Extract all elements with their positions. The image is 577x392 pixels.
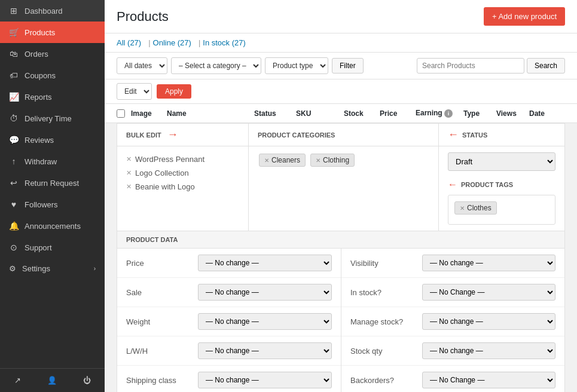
table-header-row: Image Name Status SKU Stock Price Earnin…: [105, 104, 577, 123]
sidebar-label-support: Support: [25, 243, 52, 252]
coupons-icon: 🏷: [9, 71, 19, 80]
tab-online[interactable]: Online (27): [153, 38, 191, 47]
select-visibility[interactable]: — No change —: [422, 255, 555, 271]
product-data-header: PRODUCT DATA: [117, 231, 564, 249]
select-weight[interactable]: — No change —: [198, 313, 332, 330]
sidebar-item-dashboard[interactable]: ⊞ Dashboard: [0, 0, 105, 22]
status-section-header: ← STATUS: [439, 124, 564, 146]
category-tag-cleaners: ✕ Cleaners: [259, 154, 306, 167]
withdraw-icon: ↑: [9, 157, 19, 166]
tab-in-stock[interactable]: In stock (27): [203, 38, 246, 47]
th-price: Price: [380, 109, 416, 118]
label-sale: Sale: [126, 288, 198, 297]
th-type: Type: [463, 109, 496, 118]
th-views: Views: [496, 109, 529, 118]
search-button[interactable]: Search: [527, 58, 565, 74]
th-earning: Earning i: [416, 109, 463, 118]
chevron-right-icon: ›: [94, 265, 96, 272]
status-select[interactable]: Draft Published Pending Private: [448, 152, 555, 171]
controls-row: All dates – Select a category – Product …: [105, 53, 577, 79]
product-item-wordpress: ✕ WordPress Pennant: [126, 152, 239, 166]
select-all-checkbox[interactable]: [117, 109, 125, 118]
sidebar-label-dashboard: Dashboard: [25, 7, 63, 16]
label-stockqty: Stock qty: [350, 347, 422, 356]
power-btn[interactable]: ⏻: [70, 369, 105, 392]
sidebar-item-return[interactable]: ↩ Return Request: [0, 172, 105, 194]
category-select[interactable]: – Select a category –: [171, 57, 261, 74]
sidebar-settings[interactable]: ⚙ Settings ›: [0, 258, 105, 279]
label-lwh: L/W/H: [126, 347, 198, 356]
bulk-action-select[interactable]: Edit: [117, 83, 152, 100]
tag-clothes: ✕ Clothes: [454, 201, 497, 215]
remove-wordpress-icon[interactable]: ✕: [126, 155, 132, 163]
select-backorders[interactable]: — No Change —: [422, 372, 555, 388]
product-item-beanie: ✕ Beanie with Logo: [126, 180, 239, 194]
select-managestock[interactable]: — No change —: [422, 313, 555, 330]
select-price[interactable]: — No change —: [198, 255, 332, 271]
sidebar-item-reports[interactable]: 📈 Reports: [0, 86, 105, 108]
product-tags-section: ← PRODUCT TAGS ✕ Clothes: [448, 179, 555, 225]
tag-label-clothes: Clothes: [467, 204, 491, 212]
th-date: Date: [529, 109, 565, 118]
product-type-select[interactable]: Product type: [265, 57, 328, 74]
page-header: Products + Add new product: [105, 0, 577, 33]
sidebar-item-orders[interactable]: 🛍 Orders: [0, 43, 105, 65]
bulk-status-tags: Draft Published Pending Private ← PRODUC…: [439, 146, 564, 231]
data-row-managestock: Manage stock? — No change —: [341, 307, 564, 336]
bulk-products-list: ✕ WordPress Pennant ✕ Logo Collection ✕ …: [117, 146, 249, 231]
tag-label-cleaners: Cleaners: [271, 156, 300, 164]
sidebar-label-settings: Settings: [22, 264, 50, 273]
remove-beanie-icon[interactable]: ✕: [126, 183, 132, 191]
select-sale[interactable]: — No change —: [198, 284, 332, 301]
data-row-sale: Sale — No change —: [117, 278, 341, 307]
support-icon: ⊙: [9, 243, 19, 252]
tab-all[interactable]: All (27): [117, 38, 141, 47]
external-link-btn[interactable]: ↗: [0, 369, 35, 392]
user-btn[interactable]: 👤: [35, 369, 69, 392]
label-instock: In stock?: [350, 288, 422, 297]
select-shipping[interactable]: — No change —: [198, 372, 332, 388]
th-name: Name: [167, 109, 254, 118]
tags-header: ← PRODUCT TAGS: [448, 179, 555, 190]
page-title: Products: [117, 9, 169, 24]
bulk-edit-body: ✕ WordPress Pennant ✕ Logo Collection ✕ …: [117, 146, 564, 231]
filter-button[interactable]: Filter: [332, 58, 364, 74]
sidebar-label-coupons: Coupons: [25, 71, 56, 80]
product-categories-label: PRODUCT CATEGORIES: [249, 124, 439, 146]
add-new-product-button[interactable]: + Add new product: [484, 7, 565, 26]
sidebar-item-delivery[interactable]: ⏱ Delivery Time: [0, 108, 105, 129]
category-tag-clothing: ✕ Clothing: [310, 154, 355, 167]
sidebar-item-reviews[interactable]: 💬 Reviews: [0, 129, 105, 151]
tag-label-clothing: Clothing: [323, 156, 349, 164]
orders-icon: 🛍: [9, 49, 19, 59]
remove-clothing-tag[interactable]: ✕: [316, 157, 320, 164]
th-sku: SKU: [296, 109, 344, 118]
return-icon: ↩: [9, 178, 19, 188]
sidebar-item-support[interactable]: ⊙ Support: [0, 237, 105, 258]
sidebar-item-withdraw[interactable]: ↑ Withdraw: [0, 151, 105, 172]
sidebar-item-announcements[interactable]: 🔔 Announcements: [0, 215, 105, 237]
tags-container: ✕ Clothes: [448, 195, 555, 225]
sidebar-label-delivery: Delivery Time: [25, 114, 72, 123]
select-lwh[interactable]: — No change —: [198, 342, 332, 359]
product-data-grid: Price — No change — Sale — No change — W…: [117, 249, 564, 392]
product-data-right: Visibility — No change — In stock? — No …: [341, 249, 564, 392]
select-instock[interactable]: — No Change —: [422, 284, 555, 301]
sidebar-label-reports: Reports: [25, 93, 52, 102]
date-select[interactable]: All dates: [117, 57, 167, 74]
search-input[interactable]: [417, 58, 524, 74]
remove-logo-icon[interactable]: ✕: [126, 169, 132, 177]
sidebar-item-followers[interactable]: ♥ Followers: [0, 194, 105, 215]
product-data-section: PRODUCT DATA Price — No change — Sale — …: [117, 231, 565, 392]
remove-clothes-tag[interactable]: ✕: [460, 205, 465, 212]
apply-button[interactable]: Apply: [157, 84, 191, 99]
remove-cleaners-tag[interactable]: ✕: [264, 157, 269, 164]
sidebar-item-products[interactable]: 🛒 Products: [0, 22, 105, 43]
sidebar-item-coupons[interactable]: 🏷 Coupons: [0, 65, 105, 86]
data-row-lwh: L/W/H — No change —: [117, 336, 341, 366]
filter-tabs: All (27) | Online (27) | In stock (27): [117, 38, 251, 47]
settings-icon: ⚙: [9, 264, 16, 273]
sidebar-label-products: Products: [25, 28, 55, 37]
earning-info-icon[interactable]: i: [444, 109, 453, 118]
select-stockqty[interactable]: — No change —: [422, 342, 555, 359]
